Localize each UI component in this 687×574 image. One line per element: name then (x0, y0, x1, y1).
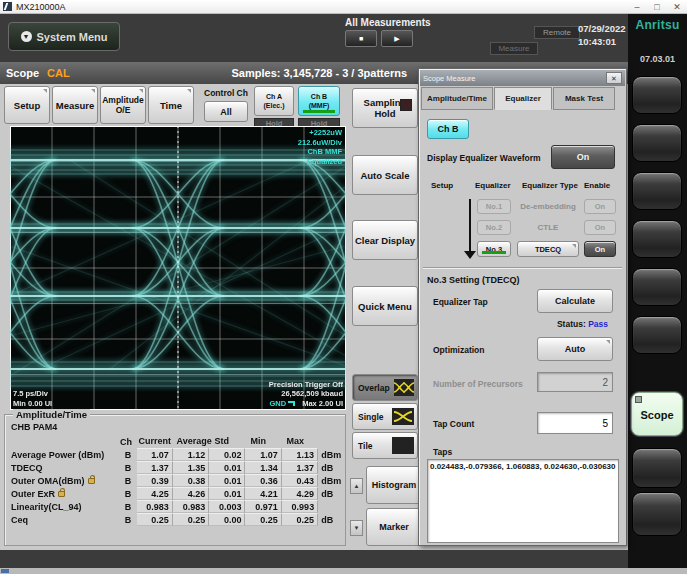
taps-field[interactable]: 0.024483,-0.079366, 1.060883, 0.024630,-… (427, 459, 619, 543)
gnd-indicator: GND (269, 399, 295, 409)
measure-indicator: Measure (490, 42, 538, 55)
tab-amplitude-time[interactable]: Amplitude/Time (421, 87, 493, 110)
tile-view-button[interactable]: Tile (352, 432, 418, 459)
col-min: Min (246, 435, 282, 448)
max-ui-label: Max 2.00 UI (302, 399, 343, 409)
precursors-label: Number of Precursors (433, 379, 523, 389)
date-label: 07/29/2022 (578, 22, 626, 35)
sampling-hold-button[interactable]: Sampling Hold (352, 88, 418, 128)
single-eye-icon (392, 408, 414, 425)
single-view-button[interactable]: Single (352, 403, 418, 430)
gnd-icon (288, 401, 295, 406)
function-key-button-7[interactable] (632, 448, 682, 488)
col-current: Current (134, 435, 172, 448)
channel-a-button[interactable]: Ch A (Elec.) (254, 86, 294, 116)
function-key-button-6[interactable] (632, 316, 682, 354)
calculate-button[interactable]: Calculate (537, 289, 613, 313)
type-column-header: Equalizer Type (522, 181, 578, 190)
function-key-button-4[interactable] (632, 220, 682, 258)
amplitude-oe-button[interactable]: Amplitude O/E (100, 86, 146, 124)
display-eq-waveform-toggle[interactable]: On (551, 145, 615, 169)
time-scale-readout: 7.5 ps/Div Min 0.00 UI (13, 389, 52, 408)
scroll-down-button[interactable]: ▼ (350, 520, 363, 536)
os-taskbar (0, 568, 687, 574)
eq-no3-button[interactable]: No.3 (477, 241, 511, 257)
dialog-close-button[interactable]: ✕ (606, 72, 622, 84)
brand-logo: Anritsu (628, 18, 687, 32)
row-label: Outer OMA(dBm) (11, 476, 85, 486)
minimize-icon[interactable]: – (627, 2, 647, 12)
scope-app-button[interactable]: Scope (631, 392, 683, 436)
overlap-view-button[interactable]: Overlap (352, 374, 418, 401)
eq-no2-type-label: CTLE (515, 223, 581, 232)
setup-flow-arrowhead-icon (464, 251, 476, 259)
lock-icon[interactable] (88, 478, 95, 484)
row-label: Outer ExR (11, 489, 55, 499)
bottom-strip (0, 550, 628, 568)
system-menu-button[interactable]: ▼ System Menu (8, 22, 120, 51)
setting-section-title: No.3 Setting (TDECQ) (427, 275, 520, 285)
gnd-label: GND (269, 399, 286, 409)
table-row: TDECQ B 1.37 1.35 0.01 1.34 1.37 dB (9, 461, 343, 474)
clear-display-button[interactable]: Clear Display (352, 220, 418, 260)
start-button[interactable]: ▶ (381, 30, 413, 47)
optimization-select[interactable]: Auto (537, 337, 613, 361)
stop-button[interactable]: ■ (345, 30, 377, 47)
window-titlebar: MX210000A – □ ✕ (0, 0, 687, 14)
firmware-version: 07.03.01 (628, 54, 687, 64)
function-key-button-3[interactable] (632, 172, 682, 210)
auto-scale-button[interactable]: Auto Scale (352, 155, 418, 195)
dialog-titlebar[interactable]: Scope Measure ✕ (420, 70, 625, 86)
remote-indicator: Remote (534, 26, 580, 39)
tab-mask-test[interactable]: Mask Test (553, 87, 615, 110)
equalizer-column-header: Equalizer (475, 181, 511, 190)
measure-button[interactable]: Measure (52, 86, 98, 124)
quick-menu-button[interactable]: Quick Menu (352, 286, 418, 326)
results-table: Ch Current Average Std Dev Min Max Avera… (9, 435, 343, 526)
channel-b-line2: (MMF) (309, 101, 330, 110)
setup-button[interactable]: Setup (4, 86, 50, 124)
dialog-channel-b-button[interactable]: Ch B (427, 119, 469, 139)
baud-rate: 26,562,509 kbaud (269, 389, 343, 399)
time-button[interactable]: Time (148, 86, 194, 124)
scope-title: Scope (6, 67, 39, 79)
col-average: Average (172, 435, 210, 448)
tap-count-field[interactable] (537, 412, 613, 434)
channel-tag: ChB MMF (298, 147, 342, 157)
cal-status: CAL (47, 67, 70, 79)
scope-app-label: Scope (640, 409, 673, 421)
channel-b-button[interactable]: Ch B (MMF) (298, 86, 340, 116)
function-key-button-2[interactable] (632, 124, 682, 162)
taps-label: Taps (433, 447, 452, 457)
menu-arrow-icon: ▼ (21, 31, 32, 42)
control-ch-label: Control Ch (198, 88, 254, 98)
row-label: Average Power (dBm) (11, 450, 104, 460)
control-ch-all-button[interactable]: All (204, 101, 248, 122)
scroll-up-button[interactable]: ▲ (350, 478, 363, 494)
time-per-div: 7.5 ps/Div (13, 389, 52, 399)
function-key-button-1[interactable] (632, 76, 682, 114)
eq-no3-type-button[interactable]: TDECQ (517, 241, 579, 257)
eq-no2-button: No.2 (477, 220, 511, 235)
eye-diagram-display: +2252uW 212.6uW/Div ChB MMF Equalized 7.… (10, 126, 346, 410)
lock-icon[interactable] (58, 491, 65, 497)
maximize-icon[interactable]: □ (647, 2, 667, 12)
function-key-button-8[interactable] (632, 492, 682, 536)
taskbar-start-chip[interactable] (1, 569, 9, 573)
overlap-eye-icon (394, 379, 414, 396)
sampling-hold-led (400, 99, 412, 111)
close-icon[interactable]: ✕ (667, 2, 687, 12)
amplitude-readout: +2252uW 212.6uW/Div ChB MMF Equalized (298, 128, 342, 166)
trigger-readout: Precision Trigger Off 26,562,509 kbaud G… (269, 380, 343, 409)
tab-equalizer[interactable]: Equalizer (494, 87, 552, 110)
marker-button[interactable]: Marker (366, 508, 422, 546)
play-icon: ▶ (394, 35, 399, 42)
enable-column-header: Enable (584, 181, 610, 190)
eq-no1-button: No.1 (477, 199, 511, 214)
tap-count-label: Tap Count (433, 419, 474, 429)
table-row: Linearity(CL_94) B 0.983 0.983 0.003 0.9… (9, 500, 343, 513)
function-key-button-5[interactable] (632, 268, 682, 306)
histogram-button[interactable]: Histogram (366, 466, 422, 504)
trigger-status: Precision Trigger Off (269, 380, 343, 390)
eq-no3-enable-button[interactable]: On (584, 241, 616, 257)
